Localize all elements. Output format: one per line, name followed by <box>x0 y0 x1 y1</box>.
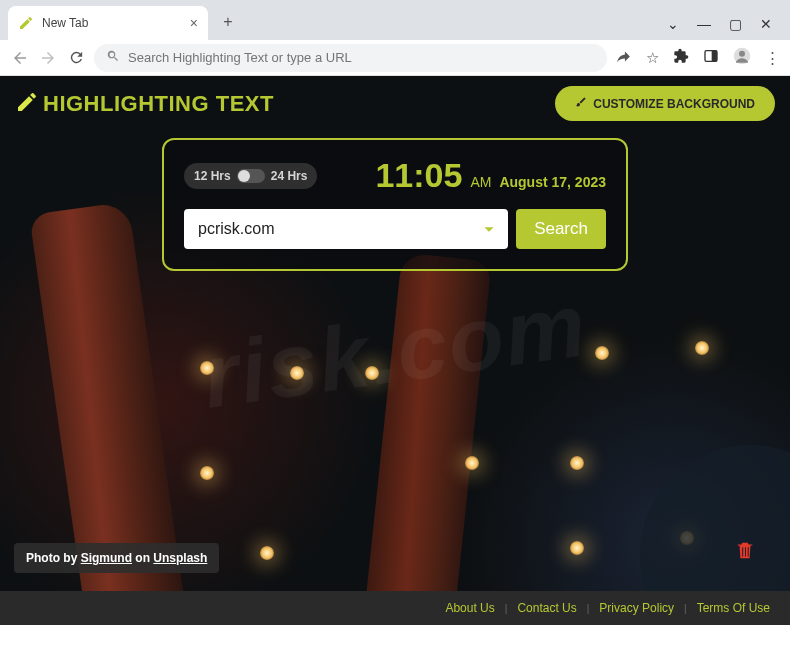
search-box <box>184 209 508 249</box>
minimize-icon[interactable]: — <box>697 16 711 32</box>
close-icon[interactable]: × <box>190 15 198 31</box>
footer-link-about[interactable]: About Us <box>445 601 494 615</box>
reload-button[interactable] <box>66 48 86 68</box>
source-link[interactable]: Unsplash <box>153 551 207 565</box>
new-tab-button[interactable]: + <box>214 8 242 36</box>
dropdown-icon[interactable] <box>478 218 500 240</box>
search-icon <box>106 49 120 66</box>
pencil-icon <box>18 15 34 31</box>
svg-rect-1 <box>712 51 717 62</box>
menu-icon[interactable]: ⋮ <box>765 49 780 67</box>
maximize-icon[interactable]: ▢ <box>729 16 742 32</box>
search-widget: 12 Hrs 24 Hrs 11:05 AM August 17, 2023 S… <box>162 138 628 271</box>
svg-point-3 <box>739 51 745 57</box>
bookmark-icon[interactable]: ☆ <box>646 49 659 67</box>
extension-logo: HIGHLIGHTING TEXT <box>15 90 274 118</box>
trash-icon[interactable] <box>734 539 756 567</box>
search-button[interactable]: Search <box>516 209 606 249</box>
browser-toolbar: ☆ ⋮ <box>0 40 790 76</box>
search-input[interactable] <box>198 220 478 238</box>
toggle-switch[interactable] <box>237 169 265 183</box>
author-link[interactable]: Sigmund <box>81 551 132 565</box>
browser-titlebar: New Tab × + ⌄ — ▢ ✕ <box>0 0 790 40</box>
footer-links: About Us | Contact Us | Privacy Policy |… <box>0 591 790 625</box>
profile-icon[interactable] <box>733 47 751 68</box>
window-controls: ⌄ — ▢ ✕ <box>667 16 790 40</box>
time-format-toggle: 12 Hrs 24 Hrs <box>184 163 317 189</box>
paintbrush-icon <box>575 96 587 111</box>
tab-title: New Tab <box>42 16 182 30</box>
address-bar[interactable] <box>94 44 607 72</box>
logo-text: HIGHLIGHTING TEXT <box>43 91 274 117</box>
twelve-hour-label: 12 Hrs <box>194 169 231 183</box>
customize-background-button[interactable]: CUSTOMIZE BACKGROUND <box>555 86 775 121</box>
footer-link-privacy[interactable]: Privacy Policy <box>599 601 674 615</box>
footer-link-terms[interactable]: Terms Of Use <box>697 601 770 615</box>
clock-date: August 17, 2023 <box>499 174 606 190</box>
browser-tab[interactable]: New Tab × <box>8 6 208 40</box>
close-window-icon[interactable]: ✕ <box>760 16 772 32</box>
photo-credit: Photo by Sigmund on Unsplash <box>14 543 219 573</box>
newtab-content: risk.com HIGHLIGHTING TEXT CUSTOMIZE BAC… <box>0 76 790 625</box>
forward-button[interactable] <box>38 48 58 68</box>
twentyfour-hour-label: 24 Hrs <box>271 169 308 183</box>
clock-ampm: AM <box>470 174 491 190</box>
back-button[interactable] <box>10 48 30 68</box>
url-input[interactable] <box>128 50 595 65</box>
share-icon[interactable] <box>615 48 632 68</box>
footer-link-contact[interactable]: Contact Us <box>517 601 576 615</box>
chevron-down-icon[interactable]: ⌄ <box>667 16 679 32</box>
extensions-icon[interactable] <box>673 48 689 67</box>
pencil-icon <box>15 90 39 118</box>
clock-time: 11:05 <box>375 156 462 195</box>
sidepanel-icon[interactable] <box>703 48 719 67</box>
